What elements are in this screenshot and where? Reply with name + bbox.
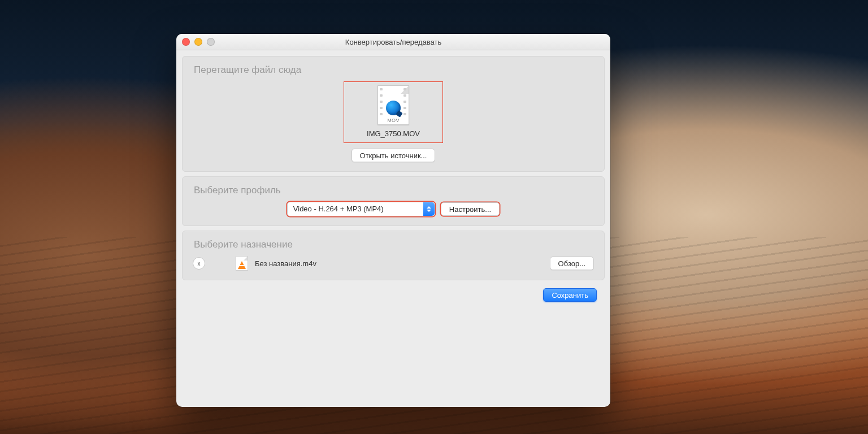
drop-source-panel: Перетащите файл сюда MOV IMG_3750.MOV От… bbox=[182, 56, 605, 172]
open-source-button[interactable]: Открыть источник... bbox=[351, 149, 436, 162]
select-arrows-icon bbox=[423, 202, 435, 216]
titlebar: Конвертировать/передавать bbox=[176, 34, 610, 50]
mov-file-icon[interactable]: MOV bbox=[377, 85, 409, 125]
profile-selected-label: Video - H.264 + MP3 (MP4) bbox=[288, 202, 423, 216]
save-button[interactable]: Сохранить bbox=[543, 288, 597, 302]
profile-row: Video - H.264 + MP3 (MP4) Настроить... bbox=[193, 202, 594, 216]
browse-button[interactable]: Обзор... bbox=[550, 257, 594, 270]
destination-title: Выберите назначение bbox=[194, 239, 594, 250]
convert-window: Конвертировать/передавать Перетащите фай… bbox=[176, 34, 610, 407]
window-body: Перетащите файл сюда MOV IMG_3750.MOV От… bbox=[176, 50, 610, 407]
remove-destination-button[interactable]: x bbox=[193, 257, 205, 270]
window-title: Конвертировать/передавать bbox=[176, 38, 610, 46]
source-file-name: IMG_3750.MOV bbox=[367, 129, 420, 138]
customize-profile-button[interactable]: Настроить... bbox=[441, 202, 500, 216]
destination-file-label: Без названия.m4v bbox=[255, 259, 316, 268]
quicktime-icon bbox=[386, 101, 401, 115]
destination-panel: Выберите назначение x Без названия.m4v О… bbox=[182, 231, 605, 280]
drop-zone[interactable]: MOV IMG_3750.MOV Открыть источник... bbox=[193, 81, 594, 162]
profile-select[interactable]: Video - H.264 + MP3 (MP4) bbox=[287, 202, 435, 216]
drop-source-title: Перетащите файл сюда bbox=[194, 64, 594, 76]
source-file-highlight: MOV IMG_3750.MOV bbox=[344, 81, 443, 143]
footer: Сохранить bbox=[182, 285, 605, 302]
destination-row: x Без названия.m4v Обзор... bbox=[193, 256, 594, 271]
profile-title: Выберите профиль bbox=[194, 185, 594, 196]
profile-panel: Выберите профиль Video - H.264 + MP3 (MP… bbox=[182, 176, 605, 226]
file-ext-label: MOV bbox=[378, 118, 409, 123]
vlc-file-icon bbox=[236, 256, 248, 271]
